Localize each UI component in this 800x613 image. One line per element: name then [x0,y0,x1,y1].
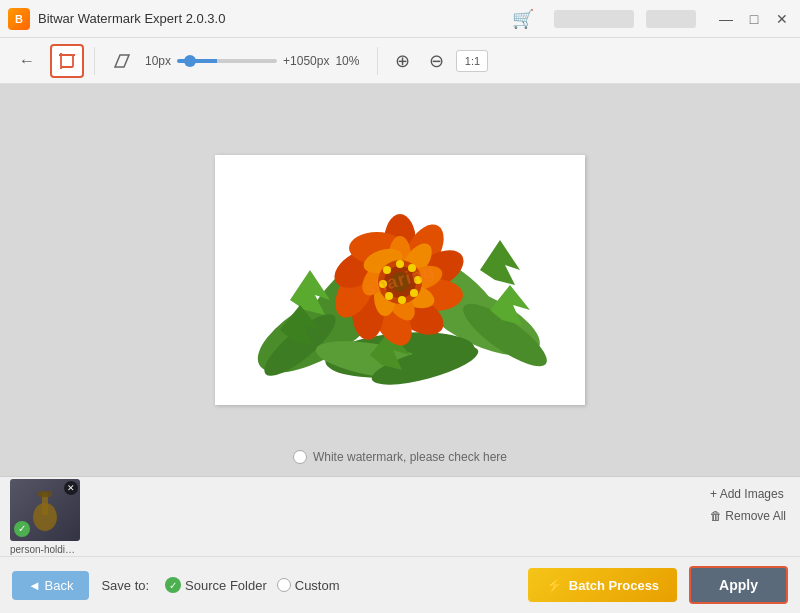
svg-marker-5 [115,55,129,67]
window-controls: — □ ✕ [716,9,792,29]
svg-point-45 [410,289,418,297]
close-button[interactable]: ✕ [772,9,792,29]
svg-point-43 [408,264,416,272]
back-button[interactable]: ◄ Back [12,571,89,600]
svg-point-47 [385,292,393,300]
main-canvas-area: sharing White watermark, please check he… [0,84,800,476]
svg-point-48 [379,280,387,288]
custom-radio[interactable] [277,578,291,592]
nav-placeholder [554,10,634,28]
app-logo: B [8,8,30,30]
back-nav-button[interactable]: ← [10,44,44,78]
image-actions: + Add Images 🗑 Remove All [706,485,790,525]
zoom-out-button[interactable]: ⊖ [422,47,450,75]
flower-image [240,170,560,390]
ratio-button[interactable]: 1:1 [456,50,488,72]
zoom-slider[interactable] [177,59,277,63]
toolbar-sep1 [94,47,95,75]
custom-label: Custom [295,578,340,593]
watermark-notice-text: White watermark, please check here [313,450,507,464]
watermark-radio[interactable] [293,450,307,464]
cart-icon[interactable]: 🛒 [512,8,534,30]
svg-rect-52 [38,491,52,497]
image-container: sharing [215,155,585,405]
zoom-min-label: 10px [145,54,171,68]
nav-placeholder2 [646,10,696,28]
thumbnail-item[interactable]: ✕ ✓ [10,479,80,541]
custom-option[interactable]: Custom [277,578,340,593]
source-folder-option[interactable]: ✓ Source Folder [165,577,267,593]
svg-point-44 [414,276,422,284]
svg-point-41 [390,272,410,292]
batch-icon: ⚡ [546,577,563,593]
bottom-panel: ✕ ✓ person-holding-fi... + Add Images 🗑 … [0,476,800,613]
maximize-button[interactable]: □ [744,9,764,29]
minimize-button[interactable]: — [716,9,736,29]
zoom-percent-label: 10% [335,54,367,68]
thumbnails-strip: ✕ ✓ person-holding-fi... + Add Images 🗑 … [0,477,800,557]
svg-point-42 [396,260,404,268]
crop-tool-button[interactable] [50,44,84,78]
save-options: ✓ Source Folder Custom [165,577,339,593]
save-to-label: Save to: [101,578,149,593]
remove-all-button[interactable]: 🗑 Remove All [706,507,790,525]
apply-button[interactable]: Apply [689,566,788,604]
source-folder-check-icon: ✓ [165,577,181,593]
thumbnail-label: person-holding-fi... [10,544,80,555]
action-bar: ◄ Back Save to: ✓ Source Folder Custom ⚡… [0,557,800,613]
canvas-area: sharing [0,84,800,476]
svg-marker-16 [480,240,520,285]
app-title: Bitwar Watermark Expert 2.0.3.0 [38,11,512,26]
title-bar-icons: 🛒 [512,8,696,30]
thumbnail-wrapper: ✕ ✓ person-holding-fi... [10,479,80,555]
svg-point-46 [398,296,406,304]
zoom-max-label: +1050px [283,54,329,68]
add-images-button[interactable]: + Add Images [706,485,790,503]
zoom-slider-container [177,59,277,63]
thumbnail-close-button[interactable]: ✕ [64,481,78,495]
thumbnail-check-icon: ✓ [14,521,30,537]
source-folder-label: Source Folder [185,578,267,593]
eraser-tool-button[interactable] [105,44,139,78]
svg-point-49 [383,266,391,274]
zoom-in-button[interactable]: ⊕ [388,47,416,75]
toolbar: ← 10px +1050px 10% ⊕ ⊖ 1:1 [0,38,800,84]
svg-rect-0 [61,55,73,67]
title-bar: B Bitwar Watermark Expert 2.0.3.0 🛒 — □ … [0,0,800,38]
toolbar-sep2 [377,47,378,75]
batch-process-button[interactable]: ⚡ Batch Process [528,568,677,602]
watermark-notice: White watermark, please check here [293,450,507,464]
